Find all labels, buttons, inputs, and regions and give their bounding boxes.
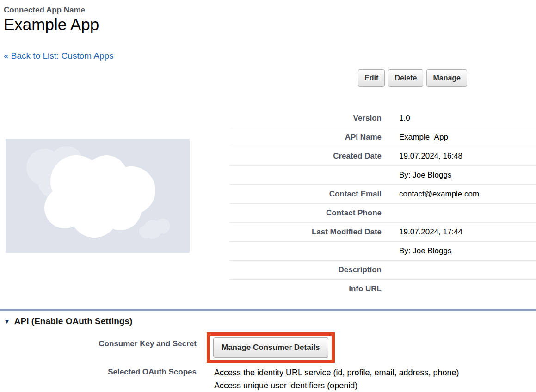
page-title: Example App xyxy=(4,15,99,34)
table-row-info-url: Info URL xyxy=(230,280,536,298)
field-label: API Name xyxy=(230,133,382,142)
table-row-version: Version 1.0 xyxy=(230,109,536,128)
table-row-contact-phone: Contact Phone xyxy=(230,204,536,223)
oauth-scopes-label: Selected OAuth Scopes xyxy=(0,368,197,377)
field-label: Version xyxy=(230,114,382,123)
detail-table: Version 1.0 API Name Example_App Created… xyxy=(230,109,536,298)
highlight-annotation-box: Manage Consumer Details xyxy=(207,332,335,363)
field-label: Info URL xyxy=(230,284,382,294)
field-value: 19.07.2024, 17:44 xyxy=(382,227,462,237)
field-value: By: Joe Bloggs xyxy=(382,171,451,180)
by-prefix: By: xyxy=(399,171,413,179)
table-row-contact-email: Contact Email contact@example.com xyxy=(230,185,536,204)
cloud-image xyxy=(6,139,190,253)
field-label: Contact Phone xyxy=(230,208,382,218)
row-divider xyxy=(0,365,536,365)
section-divider-bar xyxy=(0,309,536,311)
manage-consumer-details-button[interactable]: Manage Consumer Details xyxy=(213,337,328,358)
page-header: Connected App Name Example App xyxy=(4,6,99,34)
created-by-link[interactable]: Joe Bloggs xyxy=(413,171,451,179)
table-row-created-date: Created Date 19.07.2024, 16:48 xyxy=(230,147,536,166)
oauth-section-header: ▼ API (Enable OAuth Settings) xyxy=(4,316,132,326)
table-row-api-name: API Name Example_App xyxy=(230,128,536,147)
field-value: contact@example.com xyxy=(382,190,479,199)
field-value: 19.07.2024, 16:48 xyxy=(382,152,462,161)
delete-button[interactable]: Delete xyxy=(388,69,423,87)
edit-button[interactable]: Edit xyxy=(358,69,385,87)
detail-toolbar: Edit Delete Manage xyxy=(0,69,536,87)
collapse-section-icon[interactable]: ▼ xyxy=(4,318,10,325)
back-to-list-link[interactable]: « Back to List: Custom Apps xyxy=(4,51,114,61)
section-title: API (Enable OAuth Settings) xyxy=(14,316,132,326)
table-row-description: Description xyxy=(230,261,536,280)
table-row-modified-by: By: Joe Bloggs xyxy=(230,242,536,261)
oauth-scopes-value: Access the identity URL service (id, pro… xyxy=(214,366,459,392)
oauth-scope-item: Access unique user identifiers (openid) xyxy=(214,379,459,392)
field-label: Contact Email xyxy=(230,190,382,199)
app-logo-image xyxy=(6,139,190,253)
field-value: 1.0 xyxy=(382,114,410,123)
table-row-created-by: By: Joe Bloggs xyxy=(230,166,536,185)
field-value: Example_App xyxy=(382,133,448,142)
entity-type-label: Connected App Name xyxy=(4,6,99,15)
field-label: Created Date xyxy=(230,152,382,161)
field-value: By: Joe Bloggs xyxy=(382,246,451,256)
consumer-key-label: Consumer Key and Secret xyxy=(0,339,197,349)
by-prefix: By: xyxy=(399,246,413,255)
field-label: Last Modified Date xyxy=(230,227,382,237)
table-row-last-modified: Last Modified Date 19.07.2024, 17:44 xyxy=(230,223,536,242)
field-label: Description xyxy=(230,265,382,275)
modified-by-link[interactable]: Joe Bloggs xyxy=(413,246,451,255)
oauth-scope-item: Access the identity URL service (id, pro… xyxy=(214,366,459,379)
manage-button[interactable]: Manage xyxy=(426,69,467,87)
